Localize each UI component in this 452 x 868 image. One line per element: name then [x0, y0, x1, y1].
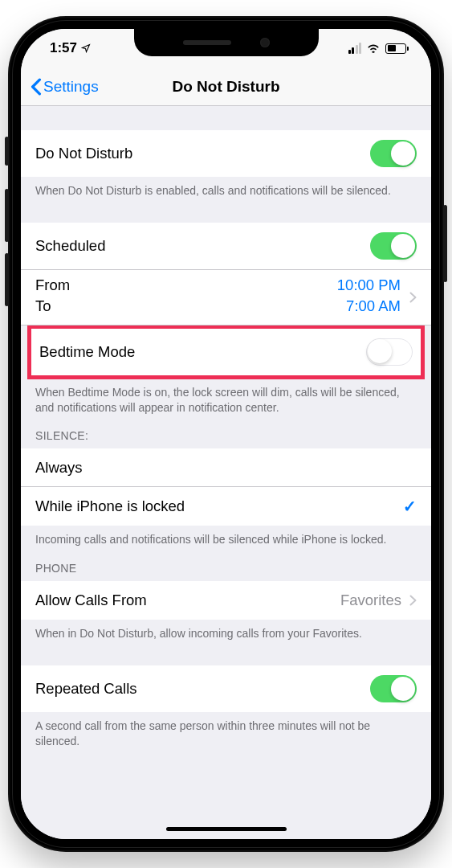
- allow-calls-label: Allow Calls From: [35, 592, 340, 609]
- silence-locked-label: While iPhone is locked: [35, 497, 403, 515]
- volume-up-button: [5, 189, 9, 242]
- silence-always-cell[interactable]: Always: [21, 448, 431, 487]
- chevron-left-icon: [31, 78, 42, 96]
- power-button: [443, 205, 447, 282]
- location-icon: [81, 43, 91, 53]
- dnd-footer: When Do Not Disturb is enabled, calls an…: [21, 177, 431, 199]
- volume-down-button: [5, 253, 9, 306]
- bedtime-toggle[interactable]: [366, 338, 413, 366]
- status-time: 1:57: [50, 40, 77, 56]
- allow-calls-value: Favorites: [340, 592, 401, 609]
- dnd-toggle[interactable]: [370, 140, 417, 167]
- bedtime-label: Bedtime Mode: [39, 343, 366, 361]
- scheduled-toggle-cell[interactable]: Scheduled: [21, 223, 431, 270]
- nav-bar: Settings Do Not Disturb: [21, 68, 431, 106]
- screen: 1:57 Settings Do Not Disturb: [21, 29, 431, 839]
- wifi-icon: [366, 43, 381, 54]
- scheduled-time-cell[interactable]: From 10:00 PM To 7:00 AM: [21, 270, 431, 326]
- silence-always-label: Always: [35, 459, 417, 477]
- content-scroll[interactable]: Do Not Disturb When Do Not Disturb is en…: [21, 106, 431, 839]
- repeated-calls-footer: A second call from the same person withi…: [21, 712, 431, 749]
- silence-footer: Incoming calls and notifications will be…: [21, 526, 431, 547]
- chevron-right-icon: [409, 595, 417, 606]
- battery-icon: [385, 43, 409, 54]
- scheduled-toggle[interactable]: [370, 232, 417, 260]
- repeated-calls-label: Repeated Calls: [35, 680, 370, 698]
- repeated-calls-cell[interactable]: Repeated Calls: [21, 665, 431, 712]
- scheduled-from-value: 10:00 PM: [337, 275, 401, 296]
- mute-switch: [5, 137, 9, 166]
- checkmark-icon: ✓: [403, 497, 417, 516]
- back-label: Settings: [43, 78, 99, 96]
- scheduled-from-label: From: [35, 275, 70, 296]
- allow-calls-cell[interactable]: Allow Calls From Favorites: [21, 581, 431, 620]
- phone-frame: 1:57 Settings Do Not Disturb: [8, 16, 444, 852]
- notch: [134, 29, 319, 56]
- silence-locked-cell[interactable]: While iPhone is locked ✓: [21, 487, 431, 526]
- notch-speaker: [183, 40, 231, 45]
- highlight-annotation: Bedtime Mode: [27, 325, 425, 379]
- cellular-signal-icon: [348, 43, 362, 54]
- scheduled-to-value: 7:00 AM: [346, 296, 401, 317]
- allow-calls-footer: When in Do Not Disturb, allow incoming c…: [21, 620, 431, 641]
- repeated-calls-toggle[interactable]: [370, 675, 417, 702]
- bedtime-footer: When Bedtime Mode is on, the lock screen…: [21, 379, 431, 416]
- scheduled-to-label: To: [35, 296, 51, 317]
- notch-camera: [260, 38, 270, 47]
- back-button[interactable]: Settings: [31, 78, 99, 96]
- phone-header: PHONE: [21, 547, 431, 581]
- dnd-label: Do Not Disturb: [35, 145, 370, 162]
- chevron-right-icon: [409, 292, 417, 303]
- dnd-toggle-cell[interactable]: Do Not Disturb: [21, 130, 431, 177]
- bedtime-toggle-cell[interactable]: Bedtime Mode: [31, 329, 421, 375]
- scheduled-label: Scheduled: [35, 237, 370, 255]
- silence-header: SILENCE:: [21, 415, 431, 448]
- home-indicator[interactable]: [166, 827, 287, 831]
